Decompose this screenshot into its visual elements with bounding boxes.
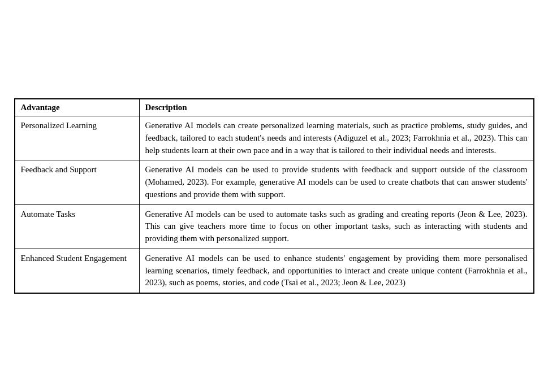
description-cell: Generative AI models can be used to enha… (139, 249, 533, 293)
advantage-cell: Automate Tasks (15, 204, 139, 249)
description-cell: Generative AI models can be used to auto… (139, 204, 533, 249)
column-header-description: Description (139, 99, 533, 116)
table-row: Automate Tasks Generative AI models can … (15, 204, 533, 249)
advantage-cell: Enhanced Student Engagement (15, 249, 139, 293)
table-row: Feedback and Support Generative AI model… (15, 160, 533, 204)
advantages-table-wrapper: Advantage Description Personalized Learn… (14, 98, 534, 294)
table-row: Personalized Learning Generative AI mode… (15, 116, 533, 160)
advantages-table: Advantage Description Personalized Learn… (15, 99, 534, 293)
advantage-cell: Feedback and Support (15, 160, 139, 204)
table-header-row: Advantage Description (15, 99, 533, 116)
advantage-cell: Personalized Learning (15, 116, 139, 160)
table-row: Enhanced Student Engagement Generative A… (15, 249, 533, 293)
description-cell: Generative AI models can create personal… (139, 116, 533, 160)
description-cell: Generative AI models can be used to prov… (139, 160, 533, 204)
column-header-advantage: Advantage (15, 99, 139, 116)
